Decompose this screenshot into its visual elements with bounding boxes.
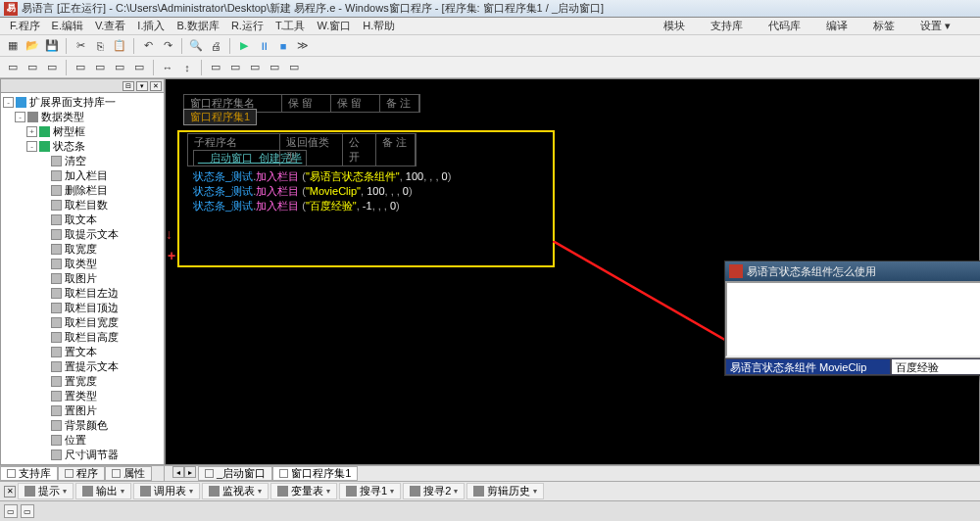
tb-save-icon[interactable]: 💾 (43, 37, 61, 55)
code-line[interactable]: 状态条_测试.加入栏目 ("MovieClip", 100, , , 0) (193, 184, 413, 199)
tb-cut-icon[interactable]: ✂ (72, 37, 89, 55)
tree-item[interactable]: -数据类型 (3, 110, 162, 124)
tree-item[interactable]: 删除栏目 (3, 183, 162, 198)
tree-expand-icon[interactable]: - (26, 141, 37, 152)
tree-expand-icon[interactable]: + (26, 126, 37, 137)
tb-dist1-icon[interactable]: ↔ (159, 59, 176, 76)
menu-view[interactable]: V.查看 (89, 19, 131, 33)
panel-tab-variables[interactable]: 变量表▾ (270, 483, 337, 499)
tree-item[interactable]: 取栏目左边 (3, 286, 162, 301)
tb-align1-icon[interactable]: ▭ (4, 59, 22, 76)
gutter-plus-icon[interactable]: + (168, 248, 175, 263)
sidebar-tab-program[interactable]: 程序 (58, 466, 105, 481)
menu-module[interactable]: 模块 (658, 19, 691, 33)
sidebar-tab-properties[interactable]: 属性 (105, 466, 152, 481)
panel-tab-output[interactable]: 输出▾ (75, 483, 131, 499)
tb-dist2-icon[interactable]: ↕ (178, 59, 196, 76)
tree-item[interactable]: 取栏目高度 (3, 330, 162, 345)
subprogram-link[interactable]: __启动窗口_创建完毕 (193, 150, 307, 166)
tb-layer5-icon[interactable]: ▭ (285, 59, 303, 76)
tree-item[interactable]: 清空 (3, 154, 162, 168)
tb-layer4-icon[interactable]: ▭ (266, 59, 283, 76)
tree-item[interactable]: -扩展界面支持库一 (3, 95, 162, 110)
tb-run-icon[interactable]: ▶ (235, 37, 253, 55)
tb-chevrons-icon[interactable]: ≫ (294, 37, 312, 55)
menu-help[interactable]: H.帮助 (357, 19, 401, 33)
tree-item[interactable]: 置宽度 (3, 374, 162, 389)
menu-codelib[interactable]: 代码库 (762, 19, 807, 33)
tree-item[interactable]: 取栏目数 (3, 198, 162, 213)
panel-tab-watch[interactable]: 监视表▾ (202, 483, 269, 499)
menu-supportlib[interactable]: 支持库 (705, 19, 749, 33)
panel-tab-calltable[interactable]: 调用表▾ (133, 483, 200, 499)
tb-pause-icon[interactable]: ⏸ (255, 37, 272, 55)
sidebar-btn-close-icon[interactable]: ✕ (150, 81, 162, 91)
tree-item[interactable]: 置类型 (3, 389, 162, 403)
tree-item[interactable]: 字体 (3, 462, 162, 464)
tb-layer2-icon[interactable]: ▭ (226, 59, 244, 76)
code-editor[interactable]: 窗口程序集名 保 留 保 留 备 注 窗口程序集1 子程序名 返回值类型 公开 … (165, 78, 980, 465)
menu-program[interactable]: F.程序 (4, 19, 46, 33)
menu-tools[interactable]: T.工具 (270, 19, 312, 33)
menu-tag[interactable]: 标签 (867, 19, 901, 33)
tree-item[interactable]: 取栏目顶边 (3, 301, 162, 315)
tb-new-icon[interactable]: ▦ (4, 37, 22, 55)
tree-item[interactable]: 置图片 (3, 403, 162, 418)
tb-copy-icon[interactable]: ⎘ (91, 37, 109, 55)
tb-layer1-icon[interactable]: ▭ (207, 59, 224, 76)
tab-scroll-right-icon[interactable]: ▸ (184, 466, 196, 478)
tree-item[interactable]: 取类型 (3, 257, 162, 271)
menu-insert[interactable]: I.插入 (131, 19, 171, 33)
tb-layer3-icon[interactable]: ▭ (246, 59, 264, 76)
tree-item[interactable]: 置提示文本 (3, 359, 162, 374)
tree-item[interactable]: -状态条 (3, 139, 162, 154)
menu-window[interactable]: W.窗口 (311, 19, 357, 33)
tb-redo-icon[interactable]: ↷ (159, 37, 176, 55)
menu-settings[interactable]: 设置 ▾ (914, 19, 956, 33)
program-set-name[interactable]: 窗口程序集1 (183, 109, 257, 125)
tree-item[interactable]: 尺寸调节器 (3, 448, 162, 462)
tb-open-icon[interactable]: 📂 (24, 37, 41, 55)
code-line[interactable]: 状态条_测试.加入栏目 ("易语言状态条组件", 100, , , 0) (193, 169, 451, 184)
menu-run[interactable]: R.运行 (225, 19, 270, 33)
panel-tab-cliphistory[interactable]: 剪辑历史▾ (466, 483, 544, 499)
menu-compile[interactable]: 编译 (820, 19, 854, 33)
library-tree[interactable]: -扩展界面支持库一-数据类型+树型框-状态条清空加入栏目删除栏目取栏目数取文本取… (1, 93, 164, 464)
tab-scroll[interactable]: ◂▸ (172, 466, 196, 481)
panel-tab-search2[interactable]: 搜寻2▾ (403, 483, 465, 499)
tree-item[interactable]: 背景颜色 (3, 418, 162, 433)
tb-align3-icon[interactable]: ▭ (43, 59, 61, 76)
tree-item[interactable]: 取图片 (3, 271, 162, 286)
tree-item[interactable]: 取宽度 (3, 242, 162, 257)
editor-tab-programset[interactable]: 窗口程序集1 (272, 466, 358, 481)
tb-align2-icon[interactable]: ▭ (24, 59, 41, 76)
sidebar-btn-dropdown-icon[interactable]: ▾ (136, 81, 148, 91)
tb-paste-icon[interactable]: 📋 (111, 37, 128, 55)
tree-item[interactable]: 取文本 (3, 213, 162, 227)
tree-item[interactable]: +树型框 (3, 124, 162, 139)
tb-undo-icon[interactable]: ↶ (139, 37, 157, 55)
panel-tab-tips[interactable]: 提示▾ (18, 483, 74, 499)
preview-titlebar[interactable]: 易语言状态条组件怎么使用 ✕ (725, 261, 980, 281)
tb-print-icon[interactable]: 🖨 (207, 37, 224, 55)
tb-find-icon[interactable]: 🔍 (187, 37, 205, 55)
menu-edit[interactable]: E.编辑 (46, 19, 89, 33)
sidebar-btn-pin-icon[interactable]: ⊟ (122, 81, 134, 91)
panel-close-icon[interactable]: ✕ (4, 486, 16, 497)
tb-align5-icon[interactable]: ▭ (91, 59, 109, 76)
tb-align4-icon[interactable]: ▭ (72, 59, 89, 76)
tree-expand-icon[interactable]: - (15, 112, 25, 122)
tree-item[interactable]: 取栏目宽度 (3, 315, 162, 330)
tree-expand-icon[interactable]: - (3, 97, 14, 108)
tb-align7-icon[interactable]: ▭ (130, 59, 148, 76)
tree-item[interactable]: 位置 (3, 433, 162, 448)
menu-database[interactable]: B.数据库 (171, 19, 224, 33)
panel-tab-search1[interactable]: 搜寻1▾ (339, 483, 401, 499)
code-line[interactable]: 状态条_测试.加入栏目 ("百度经验", -1, , , 0) (193, 199, 400, 213)
tree-item[interactable]: 取提示文本 (3, 227, 162, 242)
tab-scroll-left-icon[interactable]: ◂ (172, 466, 184, 478)
tree-item[interactable]: 加入栏目 (3, 168, 162, 183)
tb-stop-icon[interactable]: ■ (274, 37, 292, 55)
tree-item[interactable]: 置文本 (3, 345, 162, 359)
editor-tab-startwindow[interactable]: _启动窗口 (198, 466, 272, 481)
